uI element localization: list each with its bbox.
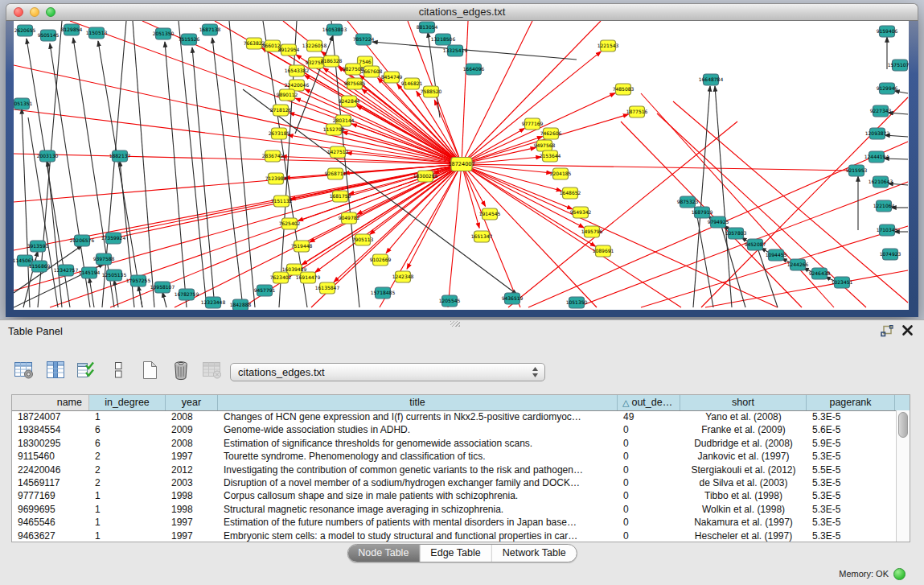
minimize-window-button[interactable]: [30, 7, 39, 17]
graph-node[interactable]: 3913591: [27, 241, 49, 252]
graph-edge[interactable]: [133, 21, 154, 307]
graph-node[interactable]: 9875323: [677, 196, 699, 208]
graph-node[interactable]: 8186328: [321, 56, 343, 67]
citation-network-graph[interactable]: 2620655950514581298541150513205135075155…: [14, 21, 909, 310]
graph-node[interactable]: 1914545: [479, 208, 501, 220]
graph-node[interactable]: 9268711: [325, 168, 347, 179]
graph-node[interactable]: 7485083: [613, 84, 634, 95]
graph-node[interactable]: 9505145: [38, 30, 60, 41]
graph-node[interactable]: 9794925: [708, 216, 729, 228]
graph-node[interactable]: 16543382: [285, 65, 310, 76]
graph-node[interactable]: 7905113: [352, 234, 374, 245]
graph-node[interactable]: 7519448: [291, 241, 313, 252]
table-options-icon[interactable]: [13, 358, 35, 382]
graph-edge[interactable]: [138, 286, 142, 307]
graph-node[interactable]: 16135847: [315, 282, 340, 294]
memory-status-indicator[interactable]: [893, 568, 906, 580]
tab-edge-table[interactable]: Edge Table: [419, 545, 491, 562]
graph-node[interactable]: 1877516: [626, 106, 648, 117]
close-window-button[interactable]: [14, 7, 23, 17]
column-header-short[interactable]: short: [680, 395, 807, 410]
graph-node[interactable]: 12444194: [864, 151, 889, 163]
graph-node[interactable]: 7462606: [540, 128, 562, 139]
table-row[interactable]: 969969511998Structural magnetic resonanc…: [12, 503, 897, 516]
graph-node[interactable]: 13226058: [302, 40, 327, 51]
graph-node[interactable]: 9436519: [502, 293, 524, 304]
graph-edge[interactable]: [98, 41, 142, 307]
graph-node[interactable]: 7623402: [270, 272, 292, 283]
graph-node[interactable]: 9227343: [870, 105, 892, 117]
delete-table-icon[interactable]: [201, 358, 224, 382]
create-column-icon[interactable]: [138, 358, 161, 382]
graph-node[interactable]: 9146821: [401, 78, 423, 89]
column-header-title[interactable]: title: [218, 395, 618, 410]
graph-node[interactable]: 1074923: [880, 249, 901, 260]
tab-network-table[interactable]: Network Table: [491, 545, 577, 562]
graph-edge[interactable]: [14, 154, 462, 164]
graph-node[interactable]: 9246438: [809, 268, 831, 279]
graph-node[interactable]: 13218506: [431, 34, 456, 45]
graph-node[interactable]: 17957255: [126, 275, 151, 286]
graph-edge[interactable]: [162, 292, 166, 307]
graph-node[interactable]: 9875685: [344, 78, 366, 89]
table-row[interactable]: 1456911722003Disruption of a novel membe…: [12, 476, 897, 489]
graph-node[interactable]: 16210643: [869, 176, 893, 187]
graph-node[interactable]: 9497568: [534, 140, 556, 151]
graph-node[interactable]: 2718126: [270, 105, 292, 116]
graph-node[interactable]: 20206576: [70, 235, 95, 246]
graph-edge[interactable]: [462, 137, 543, 164]
graph-node[interactable]: 2836742: [262, 150, 284, 162]
graph-node[interactable]: 1882137: [109, 150, 131, 162]
graph-node[interactable]: 17359924: [101, 233, 126, 244]
graph-node[interactable]: 1023451: [832, 277, 853, 288]
graph-edge[interactable]: [290, 113, 462, 164]
graph-node[interactable]: 1145194: [79, 267, 101, 278]
graph-node[interactable]: 1244266: [787, 259, 809, 270]
graph-edge[interactable]: [894, 91, 908, 93]
table-select-dropdown[interactable]: citations_edges.txt: [230, 363, 545, 381]
graph-node[interactable]: 8129854: [61, 24, 83, 35]
table-row[interactable]: 977716911998Corpus callosum shape and si…: [12, 489, 897, 502]
graph-edge[interactable]: [28, 117, 58, 307]
graph-node[interactable]: 18724007: [448, 158, 474, 171]
tab-node-table[interactable]: Node Table: [347, 545, 419, 562]
graph-edge[interactable]: [462, 21, 532, 164]
zoom-window-button[interactable]: [46, 7, 55, 17]
window-titlebar[interactable]: citations_edges.txt: [6, 3, 918, 21]
graph-node[interactable]: 1089691: [593, 245, 614, 257]
graph-edge[interactable]: [462, 21, 601, 164]
graph-node[interactable]: 15751074: [888, 60, 909, 71]
graph-node[interactable]: 9242844: [339, 96, 360, 107]
graph-node[interactable]: 12505135: [102, 270, 127, 281]
graph-node[interactable]: 9049782: [339, 212, 360, 224]
graph-node[interactable]: 1710345: [877, 225, 898, 236]
graph-node[interactable]: 2620655: [14, 25, 36, 36]
graph-node[interactable]: 10958107: [150, 282, 175, 293]
graph-node[interactable]: 16648784: [699, 74, 724, 85]
graph-node[interactable]: 1221543: [598, 40, 619, 51]
graph-edge[interactable]: [192, 47, 215, 307]
graph-node[interactable]: 1664096: [463, 64, 485, 75]
table-row[interactable]: 1938455462009Genome-wide association stu…: [12, 423, 897, 436]
graph-node[interactable]: 2667608: [361, 66, 383, 77]
row-height-icon[interactable]: [107, 358, 129, 382]
graph-edge[interactable]: [229, 21, 255, 307]
column-header-out_degree[interactable]: △out_de…: [618, 395, 680, 410]
graph-node[interactable]: 2204185: [550, 168, 572, 179]
graph-node[interactable]: 1687919: [692, 207, 713, 218]
graph-node[interactable]: 16914479: [296, 272, 321, 283]
graph-node[interactable]: 7857224: [353, 34, 375, 45]
graph-node[interactable]: 8813054: [417, 22, 438, 33]
graph-node[interactable]: 1152708: [323, 124, 345, 135]
graph-node[interactable]: 2153644: [540, 150, 561, 162]
table-row[interactable]: 946362711997Embryonic stem cells: a mode…: [12, 529, 897, 542]
graph-node[interactable]: 1687138: [199, 24, 221, 35]
graph-node[interactable]: 7123985: [265, 173, 287, 184]
graph-node[interactable]: 7515526: [179, 34, 200, 45]
graph-node[interactable]: 9452087: [745, 239, 766, 250]
graph-node[interactable]: 7625402: [279, 218, 301, 229]
table-row[interactable]: 911546021997Tourette syndrome. Phenomeno…: [12, 450, 897, 463]
graph-edge[interactable]: [165, 42, 187, 307]
delete-column-icon[interactable]: [170, 358, 192, 382]
table-row[interactable]: 2242004622012Investigating the contribut…: [12, 463, 897, 476]
